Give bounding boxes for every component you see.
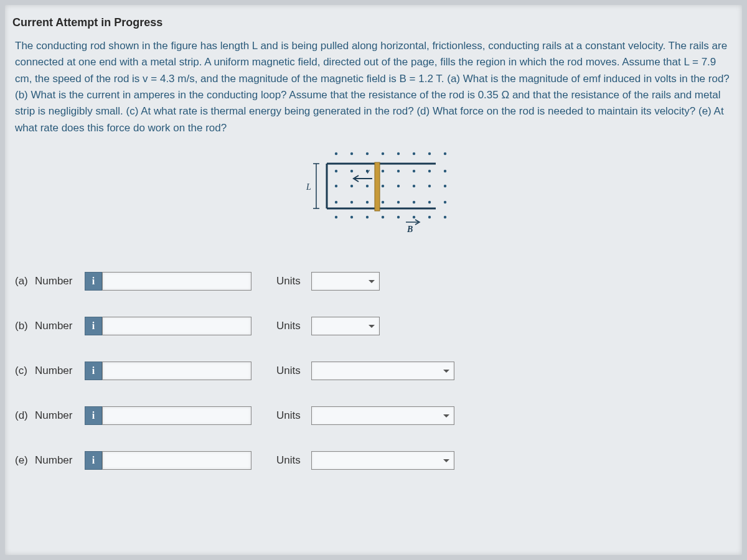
svg-point-18 xyxy=(366,185,369,187)
physics-figure: v L B xyxy=(293,147,454,235)
svg-rect-43 xyxy=(375,162,380,211)
svg-point-31 xyxy=(444,201,446,203)
answer-row-e: (e) Number i Units xyxy=(15,451,735,470)
svg-point-14 xyxy=(428,170,431,172)
info-icon[interactable]: i xyxy=(85,362,102,380)
number-input-b[interactable] xyxy=(102,317,251,335)
svg-point-11 xyxy=(382,170,384,172)
number-input-c[interactable] xyxy=(102,362,251,380)
svg-point-1 xyxy=(350,152,353,155)
svg-point-38 xyxy=(428,216,431,218)
number-input-d[interactable] xyxy=(102,406,251,425)
page-heading: Current Attempt in Progress xyxy=(12,16,735,29)
problem-text: The conducting rod shown in the figure h… xyxy=(12,38,735,142)
part-label: (a) xyxy=(15,275,35,287)
units-select-a[interactable] xyxy=(311,272,380,291)
number-input-a[interactable] xyxy=(102,272,251,291)
svg-point-17 xyxy=(350,185,353,187)
svg-point-32 xyxy=(335,216,337,218)
svg-point-20 xyxy=(397,185,400,187)
svg-point-7 xyxy=(444,152,446,155)
info-icon[interactable]: i xyxy=(85,406,102,425)
svg-point-29 xyxy=(413,201,415,203)
units-select-b[interactable] xyxy=(311,317,380,335)
answers-section: (a) Number i Units (b) Number i Units (c… xyxy=(12,272,735,470)
svg-point-35 xyxy=(382,216,384,218)
svg-point-26 xyxy=(366,201,369,203)
units-select-c[interactable] xyxy=(311,362,454,380)
number-label: Number xyxy=(35,454,85,467)
svg-point-12 xyxy=(397,170,400,172)
number-label: Number xyxy=(35,275,85,287)
number-input-e[interactable] xyxy=(102,451,251,470)
info-icon[interactable]: i xyxy=(85,317,102,335)
svg-point-15 xyxy=(444,170,446,172)
svg-point-8 xyxy=(335,170,337,172)
svg-point-36 xyxy=(397,216,400,218)
svg-point-4 xyxy=(397,152,400,155)
answer-row-d: (d) Number i Units xyxy=(15,406,735,425)
svg-point-28 xyxy=(397,201,400,203)
units-label: Units xyxy=(276,275,311,287)
number-label: Number xyxy=(35,320,85,332)
figure-wrap: v L B xyxy=(12,147,735,235)
svg-point-21 xyxy=(413,185,415,187)
units-select-e[interactable] xyxy=(311,451,454,470)
info-icon[interactable]: i xyxy=(85,451,102,470)
number-label: Number xyxy=(35,365,85,377)
svg-point-27 xyxy=(382,201,384,203)
part-label: (d) xyxy=(15,409,35,422)
svg-point-23 xyxy=(444,185,446,187)
answer-row-c: (c) Number i Units xyxy=(15,362,735,380)
svg-point-6 xyxy=(428,152,431,155)
part-label: (b) xyxy=(15,320,35,332)
part-label: (c) xyxy=(15,365,35,377)
svg-point-0 xyxy=(335,152,337,155)
units-label: Units xyxy=(276,409,311,422)
page-container: Current Attempt in Progress The conducti… xyxy=(5,5,742,555)
svg-point-30 xyxy=(428,201,431,203)
answer-row-a: (a) Number i Units xyxy=(15,272,735,291)
svg-point-39 xyxy=(444,216,446,218)
svg-point-22 xyxy=(428,185,431,187)
units-label: Units xyxy=(276,365,311,377)
figure-label-v: v xyxy=(366,166,370,175)
answer-row-b: (b) Number i Units xyxy=(15,317,735,335)
svg-point-5 xyxy=(413,152,415,155)
svg-point-34 xyxy=(366,216,369,218)
part-label: (e) xyxy=(15,454,35,467)
units-select-d[interactable] xyxy=(311,406,454,425)
svg-point-19 xyxy=(382,185,384,187)
svg-point-24 xyxy=(335,201,337,203)
svg-point-25 xyxy=(350,201,353,203)
units-label: Units xyxy=(276,320,311,332)
svg-point-2 xyxy=(366,152,369,155)
svg-point-33 xyxy=(350,216,353,218)
svg-point-3 xyxy=(382,152,384,155)
svg-point-37 xyxy=(413,216,415,218)
svg-point-13 xyxy=(413,170,415,172)
units-label: Units xyxy=(276,454,311,467)
number-label: Number xyxy=(35,409,85,422)
figure-label-B: B xyxy=(406,225,413,234)
svg-point-9 xyxy=(350,170,353,172)
info-icon[interactable]: i xyxy=(85,272,102,291)
svg-point-16 xyxy=(335,185,337,187)
figure-label-L: L xyxy=(306,182,311,192)
